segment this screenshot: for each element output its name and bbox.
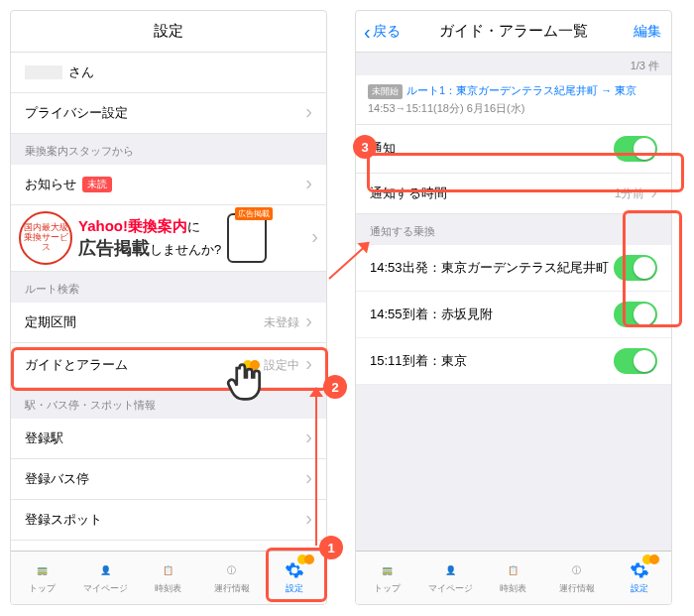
alarm-content: 1/3 件 未開始ルート1：東京ガーデンテラス紀尾井町 → 東京 14:53→1…: [356, 53, 671, 551]
person-icon: 👤: [439, 560, 461, 580]
ad-phone-icon: [227, 213, 267, 263]
item-count: 1/3 件: [356, 53, 671, 75]
chevron-right-icon: [305, 314, 312, 330]
train-icon: 🚃: [32, 560, 54, 580]
stop-toggle[interactable]: [614, 255, 657, 281]
home-work-row[interactable]: 自宅・職場・その他: [11, 541, 326, 551]
stop-toggle[interactable]: [614, 348, 657, 374]
stop-row: 14:53出発：東京ガーデンテラス紀尾井町: [356, 245, 671, 292]
tab-top[interactable]: 🚃トップ: [356, 552, 419, 604]
reg-station-row[interactable]: 登録駅: [11, 419, 326, 459]
info-icon: ⓘ: [566, 560, 588, 580]
alarm-list-screen: ‹戻る ガイド・アラーム一覧 編集 1/3 件 未開始ルート1：東京ガーデンテラ…: [355, 10, 672, 605]
tabbar: 🚃トップ 👤マイページ 📋時刻表 ⓘ運行情報 設定: [356, 551, 671, 604]
navbar: ‹戻る ガイド・アラーム一覧 編集: [356, 11, 671, 53]
guide-alarm-row[interactable]: ガイドとアラーム 設定中: [11, 343, 326, 388]
gear-icon: [630, 560, 649, 580]
train-icon: 🚃: [377, 560, 399, 580]
route-status-tag: 未開始: [368, 84, 403, 99]
ad-banner[interactable]: 国内最大級 乗換サービス Yahoo!乗換案内に 広告掲載しませんか? 広告掲載: [11, 205, 326, 272]
chevron-right-icon: [305, 357, 312, 373]
badge-3: 3: [353, 135, 377, 159]
pointer-hand-icon: [223, 359, 267, 403]
tab-traffic[interactable]: ⓘ運行情報: [545, 552, 609, 604]
staff-section-head: 乗換案内スタッフから: [11, 134, 326, 165]
stop-row: 15:11到着：東京: [356, 338, 671, 385]
stop-toggle[interactable]: [614, 302, 657, 327]
page-title: 設定: [154, 22, 183, 41]
reg-bus-row[interactable]: 登録バス停: [11, 459, 326, 500]
notify-row: 通知: [356, 125, 671, 174]
back-button[interactable]: ‹戻る: [364, 23, 401, 41]
spot-section-head: 駅・バス停・スポット情報: [11, 388, 326, 419]
commuter-row[interactable]: 定期区間 未登録: [11, 303, 326, 343]
arrowhead-icon: [309, 387, 323, 397]
chevron-right-icon: [305, 431, 312, 446]
timetable-icon: 📋: [503, 560, 524, 580]
person-icon: 👤: [94, 560, 116, 580]
chevron-right-icon: [650, 185, 657, 201]
chevron-right-icon: [305, 105, 312, 121]
reg-spot-row[interactable]: 登録スポット: [11, 500, 326, 541]
ad-stamp: 国内最大級 乗換サービス: [19, 211, 72, 265]
tab-top[interactable]: 🚃トップ: [11, 552, 74, 604]
route-card[interactable]: 未開始ルート1：東京ガーデンテラス紀尾井町 → 東京 14:53→15:11(1…: [356, 75, 671, 125]
arrow-1-to-2: [315, 391, 317, 546]
gear-icon: [285, 560, 304, 580]
chevron-right-icon: [305, 512, 312, 528]
chevron-right-icon: [305, 471, 312, 487]
badge-2: 2: [323, 375, 347, 399]
navbar: 設定: [11, 11, 326, 53]
tab-timetable[interactable]: 📋時刻表: [137, 552, 200, 604]
notify-time-row[interactable]: 通知する時間 1分前: [356, 174, 671, 214]
tab-settings[interactable]: 設定: [263, 552, 326, 604]
notice-row[interactable]: お知らせ未読: [11, 165, 326, 205]
page-title: ガイド・アラーム一覧: [439, 22, 588, 41]
tab-mypage[interactable]: 👤マイページ: [74, 552, 138, 604]
chevron-right-icon: [305, 177, 312, 192]
info-icon: ⓘ: [221, 560, 243, 580]
settings-screen: 設定 さん プライバシー設定 乗換案内スタッフから お知らせ未読 国内最大級 乗…: [10, 10, 327, 605]
tab-traffic[interactable]: ⓘ運行情報: [200, 552, 264, 604]
user-name-placeholder: [25, 65, 62, 79]
unread-badge: 未読: [82, 177, 112, 192]
notify-toggle[interactable]: [614, 136, 657, 162]
timetable-icon: 📋: [158, 560, 179, 580]
route-section-head: ルート検索: [11, 272, 326, 303]
stop-row: 14:55到着：赤坂見附: [356, 292, 671, 338]
chevron-right-icon: [311, 230, 318, 246]
tab-mypage[interactable]: 👤マイページ: [419, 552, 483, 604]
tabbar: 🚃トップ 👤マイページ 📋時刻表 ⓘ運行情報 設定: [11, 551, 326, 604]
user-row[interactable]: さん: [11, 53, 326, 93]
edit-button[interactable]: 編集: [634, 23, 661, 41]
tab-timetable[interactable]: 📋時刻表: [482, 552, 545, 604]
transfer-section-head: 通知する乗換: [356, 214, 671, 245]
settings-content: さん プライバシー設定 乗換案内スタッフから お知らせ未読 国内最大級 乗換サー…: [11, 53, 326, 551]
privacy-row[interactable]: プライバシー設定: [11, 93, 326, 134]
badge-1: 1: [319, 536, 343, 559]
tab-settings[interactable]: 設定: [608, 552, 671, 604]
